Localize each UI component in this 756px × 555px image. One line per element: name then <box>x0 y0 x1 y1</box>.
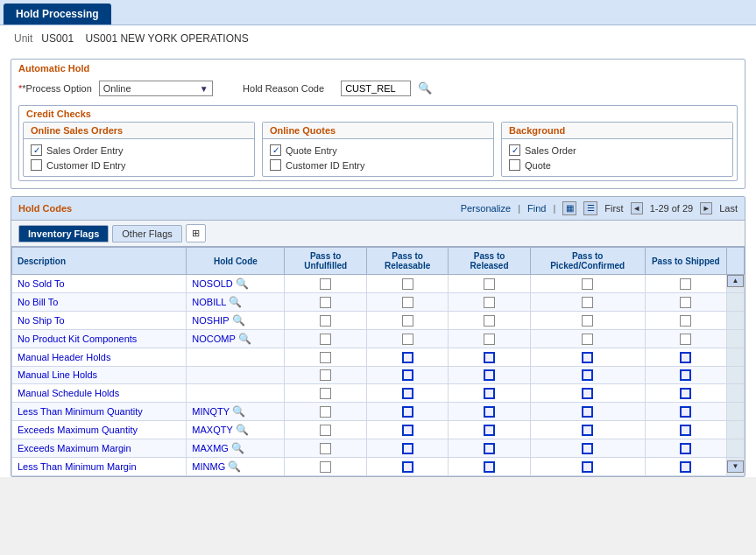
checkbox[interactable] <box>484 352 495 363</box>
credit-col-online-sales-title: Online Sales Orders <box>24 123 254 139</box>
checkbox[interactable] <box>320 388 331 399</box>
checkbox[interactable] <box>402 406 413 418</box>
checkbox[interactable] <box>582 425 593 436</box>
checkbox[interactable] <box>320 443 331 454</box>
checkbox[interactable] <box>680 388 691 399</box>
checkbox[interactable] <box>680 406 691 418</box>
checkbox[interactable] <box>320 334 331 345</box>
checkbox[interactable] <box>320 369 331 381</box>
checkbox[interactable] <box>484 406 495 418</box>
search-icon[interactable]: 🔍 <box>238 333 251 345</box>
checkbox[interactable] <box>582 369 593 381</box>
checkbox[interactable] <box>484 297 495 308</box>
checkbox[interactable] <box>582 297 593 308</box>
checkbox[interactable] <box>582 443 593 454</box>
cell-hold-code <box>187 384 285 403</box>
checkbox[interactable] <box>484 461 495 473</box>
scroll-up-button[interactable]: ▲ <box>727 275 744 287</box>
checkbox[interactable] <box>582 461 593 473</box>
customer-id-entry-checkbox-1[interactable] <box>31 159 42 171</box>
search-icon[interactable]: 🔍 <box>232 314 245 327</box>
checkbox[interactable] <box>680 315 691 327</box>
checkbox[interactable] <box>320 352 331 363</box>
scroll-down-button[interactable]: ▼ <box>727 460 744 473</box>
checkbox[interactable] <box>680 425 691 436</box>
checkbox[interactable] <box>484 334 495 345</box>
cell-checkbox <box>530 348 645 367</box>
checkbox[interactable] <box>484 443 495 454</box>
cell-checkbox <box>366 293 448 312</box>
checkbox[interactable] <box>402 297 413 308</box>
sales-order-entry-checkbox[interactable]: ✓ <box>31 144 42 156</box>
checkbox[interactable] <box>402 352 413 363</box>
checkbox[interactable] <box>320 278 331 290</box>
search-icon[interactable]: 🔍 <box>228 460 241 473</box>
hold-processing-tab[interactable]: Hold Processing <box>4 4 111 25</box>
nav-prev-button[interactable]: ◄ <box>631 202 643 214</box>
checkbox[interactable] <box>320 461 331 473</box>
checkbox[interactable] <box>320 297 331 308</box>
checkbox[interactable] <box>484 369 495 381</box>
checkbox[interactable] <box>582 334 593 345</box>
checkbox[interactable] <box>680 369 691 381</box>
quote-label-bg: Quote <box>525 160 551 171</box>
checkbox[interactable] <box>320 406 331 418</box>
cell-checkbox <box>285 402 366 420</box>
checkbox[interactable] <box>320 425 331 436</box>
hold-codes-header: Hold Codes Personalize | Find | ▦ ☰ Firs… <box>11 197 745 221</box>
checkbox[interactable] <box>582 315 593 327</box>
checkbox[interactable] <box>402 443 413 454</box>
checkbox[interactable] <box>402 461 413 473</box>
personalize-link[interactable]: Personalize <box>461 203 511 214</box>
checkbox[interactable] <box>680 443 691 454</box>
cell-checkbox <box>645 312 726 330</box>
customer-id-entry-checkbox-2[interactable] <box>270 159 281 171</box>
checkbox[interactable] <box>680 334 691 345</box>
checkbox[interactable] <box>402 315 413 327</box>
checkbox[interactable] <box>582 352 593 363</box>
checkbox[interactable] <box>402 369 413 381</box>
quote-checkbox-bg[interactable] <box>509 159 520 171</box>
checkbox[interactable] <box>484 315 495 327</box>
checkbox[interactable] <box>402 278 413 290</box>
cell-checkbox <box>285 312 366 330</box>
quote-entry-checkbox[interactable]: ✓ <box>270 144 281 156</box>
subtab-extra-icon[interactable]: ⊞ <box>186 224 206 242</box>
cell-checkbox <box>530 439 645 457</box>
scrollbar-cell <box>727 293 745 312</box>
hold-reason-code-search-icon[interactable]: 🔍 <box>418 81 432 95</box>
checkbox[interactable] <box>582 406 593 418</box>
checkbox[interactable] <box>680 352 691 363</box>
hold-reason-code-input[interactable] <box>341 81 411 96</box>
grid-view-icon[interactable]: ▦ <box>562 201 576 215</box>
find-link[interactable]: Find <box>527 203 546 214</box>
checkbox[interactable] <box>680 278 691 290</box>
checkbox[interactable] <box>484 425 495 436</box>
tab-inventory-flags[interactable]: Inventory Flags <box>18 225 109 242</box>
checkbox[interactable] <box>484 388 495 399</box>
search-icon[interactable]: 🔍 <box>232 405 245 418</box>
checkbox[interactable] <box>484 278 495 290</box>
checkbox[interactable] <box>582 278 593 290</box>
checkbox[interactable] <box>680 297 691 308</box>
tab-other-flags[interactable]: Other Flags <box>112 225 181 242</box>
cell-checkbox <box>366 439 448 457</box>
nav-next-button[interactable]: ► <box>700 202 712 214</box>
checkbox[interactable] <box>402 425 413 436</box>
search-icon[interactable]: 🔍 <box>236 278 249 290</box>
checkbox[interactable] <box>402 388 413 399</box>
checkbox[interactable] <box>320 315 331 327</box>
checkbox[interactable] <box>680 461 691 473</box>
checkbox[interactable] <box>582 388 593 399</box>
checkbox[interactable] <box>402 334 413 345</box>
search-icon[interactable]: 🔍 <box>229 296 242 308</box>
sales-order-checkbox-bg[interactable]: ✓ <box>509 144 520 156</box>
cell-checkbox <box>645 420 726 439</box>
cell-checkbox <box>285 439 366 457</box>
customer-id-entry-row-1: Customer ID Entry <box>31 158 247 172</box>
process-option-select[interactable]: Online ▼ <box>99 81 213 96</box>
list-view-icon[interactable]: ☰ <box>583 201 597 215</box>
cell-checkbox <box>285 330 366 348</box>
search-icon[interactable]: 🔍 <box>236 424 249 436</box>
search-icon[interactable]: 🔍 <box>231 442 244 454</box>
